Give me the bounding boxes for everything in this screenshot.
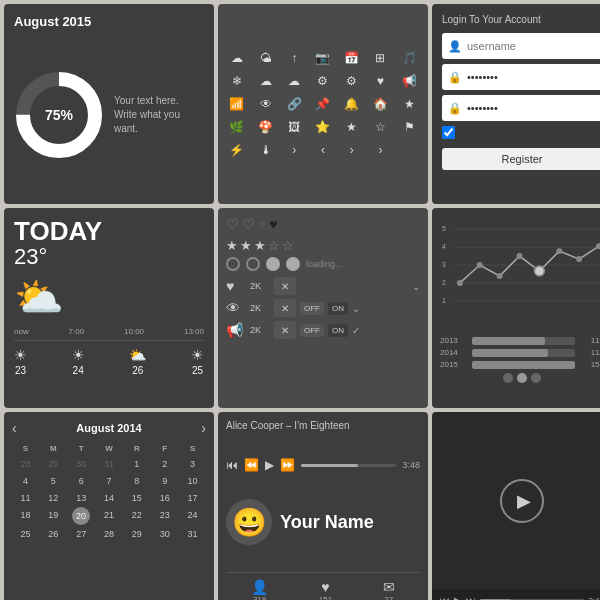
- cal-day-31b[interactable]: 31: [179, 526, 206, 542]
- prev-button[interactable]: ⏮: [226, 458, 238, 472]
- cal-day-23[interactable]: 23: [151, 507, 178, 525]
- cal-day-13[interactable]: 13: [68, 490, 95, 506]
- svg-point-13: [457, 280, 463, 286]
- toggle-off-2[interactable]: OFF: [300, 302, 324, 315]
- toggle-close-1[interactable]: ✕: [274, 277, 296, 295]
- cal-day-9[interactable]: 9: [151, 473, 178, 489]
- star2[interactable]: ★: [240, 238, 252, 253]
- video-player-widget: ▶ ⏮ ▶ ⏭ 3:48: [432, 412, 600, 600]
- bar-track-2014: [472, 349, 575, 357]
- toggle-close-2[interactable]: ✕: [274, 299, 296, 317]
- cal-day-28[interactable]: 28: [12, 456, 39, 472]
- username-input[interactable]: [467, 40, 600, 52]
- nav-dot-2[interactable]: [517, 373, 527, 383]
- cal-day-27[interactable]: 27: [68, 526, 95, 542]
- cal-header-w: W: [96, 442, 123, 455]
- bar-fill-2014: [472, 349, 548, 357]
- cal-day-11[interactable]: 11: [12, 490, 39, 506]
- heart-outline2[interactable]: ♡: [242, 216, 255, 232]
- video-play-button[interactable]: ▶: [500, 479, 544, 523]
- cal-day-20-today[interactable]: 20: [72, 507, 90, 525]
- cal-day-18[interactable]: 18: [12, 507, 39, 525]
- heart-dark[interactable]: ♥: [269, 216, 277, 232]
- cal-day-8[interactable]: 8: [123, 473, 150, 489]
- toggle-chevron-2[interactable]: ⌄: [352, 303, 360, 314]
- fast-forward-button[interactable]: ⏩: [280, 458, 295, 472]
- calendar-title: August 2014: [76, 422, 141, 434]
- messages-icon: ✉: [383, 579, 395, 595]
- cal-day-1[interactable]: 1: [123, 456, 150, 472]
- cal-day-30[interactable]: 30: [68, 456, 95, 472]
- messages-count: 27: [384, 595, 393, 600]
- likes-icon: ♥: [321, 579, 329, 595]
- cal-day-3[interactable]: 3: [179, 456, 206, 472]
- cal-day-31a[interactable]: 31: [96, 456, 123, 472]
- star4[interactable]: ☆: [268, 238, 280, 253]
- cal-day-19[interactable]: 19: [40, 507, 67, 525]
- profile-nav-users[interactable]: 👤 318: [251, 579, 268, 600]
- remember-me-row: [442, 126, 600, 139]
- video-prev-button[interactable]: ⏮: [440, 595, 450, 600]
- cal-day-2[interactable]: 2: [151, 456, 178, 472]
- star3[interactable]: ★: [254, 238, 266, 253]
- bar-fill-2015: [472, 361, 575, 369]
- cal-day-30b[interactable]: 30: [151, 526, 178, 542]
- video-next-button[interactable]: ⏭: [466, 595, 476, 600]
- cal-day-29b[interactable]: 29: [123, 526, 150, 542]
- profile-nav-messages[interactable]: ✉ 27: [383, 579, 395, 600]
- cal-day-25[interactable]: 25: [12, 526, 39, 542]
- cal-day-6[interactable]: 6: [68, 473, 95, 489]
- nav-dot-3[interactable]: [531, 373, 541, 383]
- cal-next-button[interactable]: ›: [201, 420, 206, 436]
- chart-nav-dots: [440, 373, 600, 383]
- svg-text:75%: 75%: [45, 107, 74, 123]
- toggle-chevron-1[interactable]: ⌄: [412, 281, 420, 292]
- svg-text:3: 3: [442, 261, 446, 268]
- cal-day-28b[interactable]: 28: [96, 526, 123, 542]
- icon-chevronRight3: ›: [368, 140, 394, 160]
- radio-dot2[interactable]: [246, 257, 260, 271]
- heart-filled1[interactable]: ♥: [258, 216, 266, 232]
- video-play-ctrl[interactable]: ▶: [454, 595, 462, 600]
- music-time: 3:48: [402, 460, 420, 470]
- password1-input[interactable]: [467, 71, 600, 83]
- cal-day-21[interactable]: 21: [96, 507, 123, 525]
- heart-outline1[interactable]: ♡: [226, 216, 239, 232]
- radio-dot3[interactable]: [266, 257, 280, 271]
- bar-track-2015: [472, 361, 575, 369]
- icons-panel: ☁ 🌤 ↑ 📷 📅 ⊞ 🎵 ❄ ☁ ☁ ⚙ ⚙ ♥ 📢 📶 👁 🔗 📌 🔔 🏠 …: [218, 4, 428, 204]
- password2-input[interactable]: [467, 102, 600, 114]
- play-button[interactable]: ▶: [265, 458, 274, 472]
- cal-day-12[interactable]: 12: [40, 490, 67, 506]
- star5[interactable]: ☆: [282, 238, 294, 253]
- cal-day-29[interactable]: 29: [40, 456, 67, 472]
- cal-day-15[interactable]: 15: [123, 490, 150, 506]
- cal-day-7[interactable]: 7: [96, 473, 123, 489]
- cal-day-14[interactable]: 14: [96, 490, 123, 506]
- cal-header-s2: S: [179, 442, 206, 455]
- profile-nav-likes[interactable]: ♥ 151: [319, 579, 332, 600]
- cal-day-17[interactable]: 17: [179, 490, 206, 506]
- radio-dot1[interactable]: [226, 257, 240, 271]
- music-controls-row: ⏮ ⏪ ▶ ⏩ 3:48: [226, 458, 420, 472]
- cal-day-10[interactable]: 10: [179, 473, 206, 489]
- cal-day-26[interactable]: 26: [40, 526, 67, 542]
- toggle-on-2[interactable]: ON: [328, 302, 348, 315]
- cal-day-16[interactable]: 16: [151, 490, 178, 506]
- remember-checkbox[interactable]: [442, 126, 455, 139]
- bar-fill-2013: [472, 337, 545, 345]
- star1[interactable]: ★: [226, 238, 238, 253]
- cal-day-5[interactable]: 5: [40, 473, 67, 489]
- cal-day-4[interactable]: 4: [12, 473, 39, 489]
- music-progress-fill: [301, 464, 358, 467]
- toggle-close-3[interactable]: ✕: [274, 321, 296, 339]
- nav-dot-1[interactable]: [503, 373, 513, 383]
- cal-day-22[interactable]: 22: [123, 507, 150, 525]
- toggle-on-3[interactable]: ON: [328, 324, 348, 337]
- cal-prev-button[interactable]: ‹: [12, 420, 17, 436]
- toggle-off-3[interactable]: OFF: [300, 324, 324, 337]
- radio-dot4[interactable]: [286, 257, 300, 271]
- register-button[interactable]: Register: [442, 148, 600, 170]
- cal-day-24[interactable]: 24: [179, 507, 206, 525]
- rewind-button[interactable]: ⏪: [244, 458, 259, 472]
